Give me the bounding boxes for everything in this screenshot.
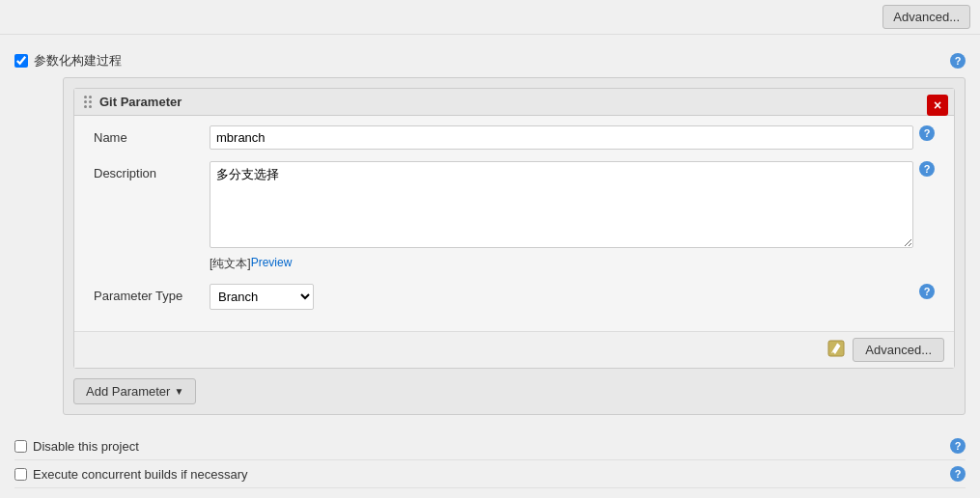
drag-handle[interactable] xyxy=(84,96,92,108)
parameter-type-row: Parameter Type Branch Tag Revision Defau… xyxy=(94,284,935,310)
add-parameter-section: Add Parameter ▼ xyxy=(73,378,955,404)
parameterize-checkbox[interactable] xyxy=(14,54,28,68)
description-help-icon[interactable]: ? xyxy=(919,161,935,177)
parameter-type-control-wrap: Branch Tag Revision Default Value ? xyxy=(210,284,935,310)
name-help-icon[interactable]: ? xyxy=(919,125,935,141)
disable-project-help-icon[interactable]: ? xyxy=(950,438,966,454)
git-parameter-title: Git Parameter xyxy=(99,95,182,109)
add-parameter-dropdown-arrow: ▼ xyxy=(174,386,183,397)
name-label: Name xyxy=(94,125,210,145)
git-parameter-close-button[interactable]: × xyxy=(927,95,948,116)
preview-link[interactable]: Preview xyxy=(251,256,293,272)
text-format-bar: [纯文本] Preview xyxy=(210,256,292,272)
execute-concurrent-label: Execute concurrent builds if necessary xyxy=(33,467,248,482)
name-row: Name ? xyxy=(94,125,935,150)
execute-concurrent-row: Execute concurrent builds if necessary ? xyxy=(14,460,966,488)
git-parameter-footer: Advanced... xyxy=(74,331,954,368)
add-parameter-button[interactable]: Add Parameter ▼ xyxy=(73,378,196,404)
top-bar: Advanced... xyxy=(0,0,980,35)
git-parameter-panel: Git Parameter × Name ? Description xyxy=(73,88,955,369)
add-parameter-label: Add Parameter xyxy=(86,384,170,399)
top-advanced-button[interactable]: Advanced... xyxy=(882,5,970,29)
pencil-button[interactable] xyxy=(826,338,847,362)
disable-project-checkbox[interactable] xyxy=(14,440,27,453)
description-label: Description xyxy=(94,161,210,180)
git-parameter-form: Name ? Description 多分支选择 [纯文本] Preview xyxy=(74,116,954,331)
git-parameter-header: Git Parameter × xyxy=(74,89,954,116)
description-row: Description 多分支选择 [纯文本] Preview ? xyxy=(94,161,935,272)
parameterize-help-icon[interactable]: ? xyxy=(950,53,966,69)
plain-text-label: [纯文本] xyxy=(210,256,251,272)
parameter-type-select-wrap: Branch Tag Revision Default Value xyxy=(210,284,314,310)
disable-project-label: Disable this project xyxy=(33,439,139,454)
description-textarea[interactable]: 多分支选择 xyxy=(210,161,913,248)
name-input[interactable] xyxy=(210,125,913,150)
description-control-wrap: 多分支选择 [纯文本] Preview xyxy=(210,161,913,272)
name-control-wrap: ? xyxy=(210,125,935,150)
bottom-section: Disable this project ? Execute concurren… xyxy=(0,425,980,496)
disable-project-row: Disable this project ? xyxy=(14,432,966,460)
execute-concurrent-checkbox[interactable] xyxy=(14,468,27,481)
git-param-advanced-button[interactable]: Advanced... xyxy=(853,338,944,362)
git-parameter-section: Git Parameter × Name ? Description xyxy=(63,77,966,415)
main-content: 参数化构建过程 ? Git Parameter × Name xyxy=(0,35,980,425)
disable-project-row-inner: Disable this project ? xyxy=(14,438,966,454)
parameterize-label: 参数化构建过程 xyxy=(34,52,122,69)
param-type-help-icon[interactable]: ? xyxy=(919,284,935,299)
execute-concurrent-help-icon[interactable]: ? xyxy=(950,466,966,482)
parameterize-row: 参数化构建过程 ? xyxy=(14,44,966,77)
execute-concurrent-row-inner: Execute concurrent builds if necessary ? xyxy=(14,466,966,482)
parameter-type-label: Parameter Type xyxy=(94,284,210,303)
pencil-icon xyxy=(827,340,845,357)
parameter-type-select[interactable]: Branch Tag Revision Default Value xyxy=(210,284,314,310)
